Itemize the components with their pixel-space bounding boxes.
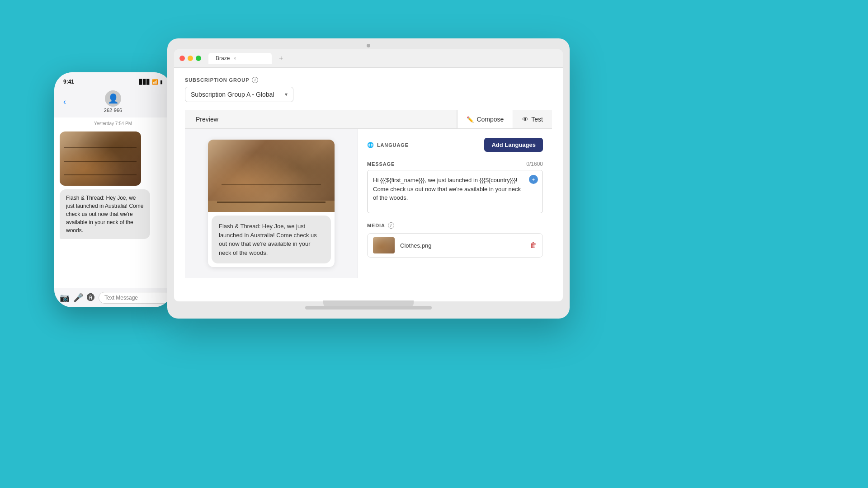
preview-bubble: Flash & Thread: Hey Joe, we just launche…: [212, 216, 331, 263]
compose-panel: 🌐 LANGUAGE Add Languages MESSAGE 0/1600: [358, 129, 552, 278]
message-section-label: MESSAGE: [367, 161, 395, 167]
phone-messages: Yesterday 7:54 PM Flash & Thread: Hey Jo…: [54, 117, 172, 288]
phone-status-bar: 9:41 ▊▊▊ 📶 ▮: [63, 77, 163, 87]
test-eye-icon: 👁: [522, 116, 528, 123]
message-timestamp: Yesterday 7:54 PM: [60, 121, 166, 126]
tab-preview[interactable]: Preview: [185, 110, 457, 128]
media-item: Clothes.png 🗑: [367, 233, 543, 258]
app-content: SUBSCRIPTION GROUP i Subscription Group …: [174, 68, 563, 301]
subscription-group-value: Subscription Group A - Global: [191, 91, 274, 98]
maximize-traffic-light[interactable]: [196, 56, 201, 61]
media-info-icon[interactable]: i: [388, 222, 394, 229]
rack-line-2: [222, 184, 321, 185]
avatar-icon: 👤: [108, 93, 119, 104]
message-section: MESSAGE 0/1600 +: [367, 161, 543, 213]
message-textarea[interactable]: [368, 170, 542, 211]
phone-image-message: [60, 131, 141, 186]
tab-test[interactable]: 👁 Test: [513, 110, 552, 128]
shelf-3: [64, 174, 137, 175]
subscription-group-select[interactable]: Subscription Group A - Global ▾: [185, 87, 293, 102]
message-header-row: MESSAGE 0/1600: [367, 161, 543, 167]
media-section: MEDIA i Clothes.png 🗑: [367, 222, 543, 258]
chevron-down-icon: ▾: [285, 91, 288, 98]
phone-input-bar: 📷 🎤 🅐 ▲: [54, 288, 172, 307]
tab-label: Braze: [216, 55, 230, 61]
contact-number: 262-966: [104, 108, 122, 113]
phone-mockup: 9:41 ▊▊▊ 📶 ▮ ‹ 👤 262-966 Yesterday 7:54 …: [54, 72, 172, 307]
laptop-foot: [305, 306, 432, 310]
phone-nav: ‹ 👤 262-966: [63, 87, 163, 117]
media-thumbnail: [373, 237, 395, 253]
laptop-screen: Braze × + SUBSCRIPTION GROUP i Subscript…: [174, 49, 563, 301]
tab-compose[interactable]: ✏️ Compose: [457, 110, 513, 128]
wifi-icon: 📶: [152, 79, 158, 85]
subscription-group-label: SUBSCRIPTION GROUP i: [185, 77, 552, 83]
phone-status-icons: ▊▊▊ 📶 ▮: [139, 79, 163, 85]
language-row: 🌐 LANGUAGE Add Languages: [367, 138, 543, 152]
compose-edit-icon: ✏️: [467, 116, 474, 123]
battery-icon: ▮: [160, 79, 163, 85]
phone-text-bubble: Flash & Thread: Hey Joe, we just launche…: [60, 189, 150, 239]
phone-time: 9:41: [63, 79, 74, 85]
media-section-label: MEDIA i: [367, 222, 543, 229]
signal-icon: ▊▊▊: [139, 79, 150, 85]
avatar: 👤: [105, 90, 121, 107]
appstore-icon[interactable]: 🅐: [87, 293, 95, 303]
text-message-input[interactable]: [99, 292, 172, 304]
close-traffic-light[interactable]: [179, 56, 185, 61]
preview-image: [208, 140, 335, 212]
preview-card: Flash & Thread: Hey Joe, we just launche…: [208, 140, 335, 267]
tabs-row: Preview ✏️ Compose 👁 Test: [185, 110, 552, 129]
audio-icon[interactable]: 🎤: [73, 293, 83, 303]
shelf-2: [64, 161, 137, 162]
delete-media-button[interactable]: 🗑: [530, 241, 537, 249]
language-section-label: 🌐 LANGUAGE: [367, 142, 409, 148]
preview-panel: Flash & Thread: Hey Joe, we just launche…: [185, 129, 358, 278]
media-thumb-overlay: [373, 237, 395, 253]
laptop-mockup: Braze × + SUBSCRIPTION GROUP i Subscript…: [167, 38, 570, 319]
globe-icon: 🌐: [367, 142, 374, 148]
camera-icon[interactable]: 📷: [60, 293, 70, 303]
message-textarea-wrap: +: [367, 170, 543, 213]
phone-contact: 👤 262-966: [104, 90, 122, 113]
image-overlay: [60, 131, 141, 186]
browser-tab[interactable]: Braze ×: [208, 53, 272, 64]
new-tab-button[interactable]: +: [275, 54, 287, 62]
main-split: Flash & Thread: Hey Joe, we just launche…: [185, 129, 552, 278]
traffic-lights: [179, 56, 201, 61]
emoji-button[interactable]: +: [529, 175, 538, 184]
browser-bar: Braze × +: [174, 49, 563, 68]
add-languages-button[interactable]: Add Languages: [484, 138, 543, 152]
shelf-1: [64, 147, 137, 148]
char-count: 0/1600: [526, 161, 543, 167]
tab-close-button[interactable]: ×: [233, 56, 236, 61]
media-filename: Clothes.png: [400, 242, 524, 249]
laptop-camera-dot: [367, 44, 370, 47]
rack-lines: [217, 202, 326, 203]
phone-header: 9:41 ▊▊▊ 📶 ▮ ‹ 👤 262-966: [54, 72, 172, 117]
back-button[interactable]: ‹: [63, 97, 66, 107]
minimize-traffic-light[interactable]: [188, 56, 193, 61]
subscription-group-info-icon[interactable]: i: [252, 77, 258, 83]
